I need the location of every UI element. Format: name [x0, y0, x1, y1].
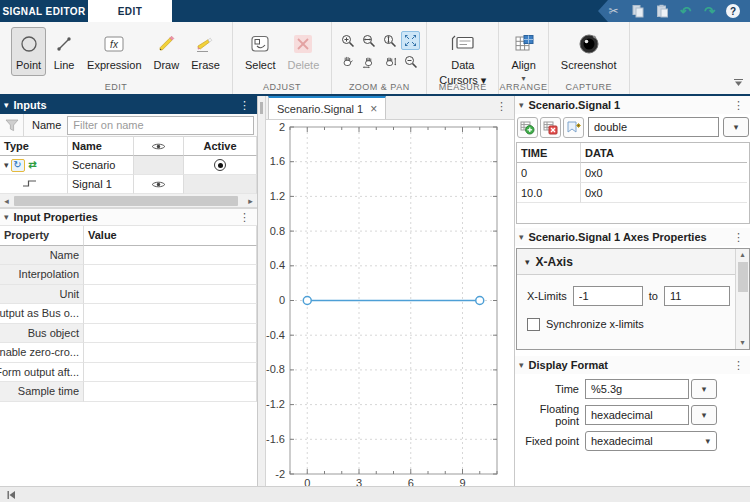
fit-to-view-button[interactable]	[401, 31, 420, 50]
scroll-left-icon[interactable]: ◂	[0, 196, 13, 206]
input-properties-header[interactable]: ▾ Input Properties ⋮	[0, 208, 257, 226]
time-cell[interactable]: 10.0	[517, 183, 581, 203]
property-value-field[interactable]	[84, 265, 257, 285]
time-data-row[interactable]: 0 0x0	[517, 163, 749, 183]
expand-caret-icon[interactable]: ▾	[4, 160, 9, 170]
property-row[interactable]: Unit	[0, 285, 257, 305]
svg-text:0: 0	[304, 477, 310, 486]
property-row[interactable]: Sample time	[0, 382, 257, 402]
insert-row-button[interactable]	[563, 117, 584, 138]
x-axis-label: X-Axis	[536, 255, 573, 269]
time-format-dropdown-button[interactable]: ▾	[691, 379, 717, 399]
zoom-in-x-button[interactable]	[359, 31, 378, 50]
sync-xlimits-checkbox[interactable]	[527, 318, 540, 331]
svg-text:0.8: 0.8	[270, 225, 285, 237]
property-row[interactable]: Bus object	[0, 324, 257, 344]
filter-funnel-icon[interactable]	[0, 114, 24, 137]
input-row-scenario[interactable]: ▾ ↻ ⇄ Scenario	[0, 156, 257, 175]
hscroll-thumb[interactable]	[14, 196, 238, 206]
axes-properties-kebab-icon[interactable]: ⋮	[730, 231, 747, 244]
scroll-up-icon[interactable]: ▴	[740, 249, 744, 261]
help-icon[interactable]: ?	[726, 4, 740, 18]
line-button[interactable]: Line	[48, 27, 80, 76]
property-value-field[interactable]	[84, 363, 257, 383]
draw-button[interactable]: Draw	[149, 27, 185, 76]
x-min-input[interactable]	[573, 286, 643, 306]
input-row-signal1[interactable]: Signal 1	[0, 175, 257, 194]
floating-format-combobox[interactable]: hexadecimal	[585, 405, 689, 425]
display-format-kebab-icon[interactable]: ⋮	[730, 359, 747, 372]
data-type-dropdown-button[interactable]: ▾	[723, 117, 749, 137]
cut-icon[interactable]: ✂	[606, 4, 621, 19]
splitter-grip[interactable]	[260, 102, 263, 114]
panel-splitter[interactable]	[258, 96, 266, 486]
display-format-header[interactable]: ▾ Display Format ⋮	[515, 356, 750, 374]
time-data-row[interactable]: 10.0 0x0	[517, 183, 749, 203]
property-value-field[interactable]	[84, 324, 257, 344]
data-cursors-button[interactable]: Data Cursors ▾	[434, 27, 491, 90]
axes-vscrollbar[interactable]: ▴ ▾	[735, 249, 749, 349]
property-value-field[interactable]	[84, 304, 257, 324]
axes-properties-header[interactable]: ▾ Scenario.Signal 1 Axes Properties ⋮	[515, 228, 750, 246]
active-radio[interactable]	[184, 156, 257, 175]
zoom-in-button[interactable]	[338, 31, 357, 50]
property-value-field[interactable]	[84, 382, 257, 402]
axes-properties-box: ▾ X-Axis X-Limits to Synchronize x-limit…	[516, 248, 750, 350]
document-tab-scenario-signal1[interactable]: Scenario.Signal 1 ×	[268, 96, 386, 119]
data-type-combobox[interactable]: double	[588, 117, 719, 137]
zoom-in-y-button[interactable]	[380, 31, 399, 50]
property-row[interactable]: Enable zero-cro...	[0, 343, 257, 363]
redo-icon[interactable]: ↷	[702, 4, 717, 19]
undo-icon[interactable]: ↶	[678, 4, 693, 19]
collapse-toolstrip-icon[interactable]	[733, 78, 744, 90]
add-row-button[interactable]	[517, 117, 538, 138]
delete-button[interactable]: Delete	[283, 27, 325, 76]
property-row[interactable]: Output as Bus o...	[0, 304, 257, 324]
vscroll-thumb[interactable]	[738, 262, 748, 292]
signal-panel-kebab-icon[interactable]: ⋮	[730, 99, 747, 112]
property-value-field[interactable]	[84, 343, 257, 363]
property-row[interactable]: Name	[0, 246, 257, 266]
signal-plot[interactable]: 0369-2-1.6-1.2-0.8-0.400.40.81.21.62	[266, 120, 514, 486]
erase-button[interactable]: Erase	[186, 27, 225, 76]
point-button[interactable]: Point	[11, 27, 46, 76]
select-button[interactable]: Select	[240, 27, 281, 76]
delete-row-button[interactable]	[540, 117, 561, 138]
align-button[interactable]: Align ▾	[506, 27, 540, 87]
fixed-format-combobox[interactable]: hexadecimal ▾	[585, 431, 717, 451]
zoom-out-button[interactable]	[401, 52, 420, 71]
close-tab-icon[interactable]: ×	[370, 102, 377, 116]
collapse-panel-icon[interactable]	[6, 490, 17, 500]
inputs-panel-header[interactable]: ▾ Inputs ⋮	[0, 96, 257, 114]
floating-format-dropdown-button[interactable]: ▾	[691, 405, 717, 425]
visibility-eye-icon[interactable]	[134, 175, 184, 194]
expression-button[interactable]: fx Expression	[82, 27, 146, 76]
tab-edit[interactable]: EDIT	[88, 0, 172, 22]
scroll-right-icon[interactable]: ▸	[244, 196, 257, 206]
data-cell[interactable]: 0x0	[581, 163, 747, 183]
property-value-field[interactable]	[84, 285, 257, 305]
screenshot-button[interactable]: Screenshot	[556, 27, 622, 76]
section-label-edit: EDIT	[0, 82, 232, 92]
signal-panel-header[interactable]: ▾ Scenario.Signal 1 ⋮	[515, 96, 750, 114]
property-row[interactable]: Form output aft...	[0, 363, 257, 383]
document-kebab-icon[interactable]: ⋮	[493, 100, 510, 113]
paste-icon[interactable]	[654, 4, 669, 19]
x-max-input[interactable]	[664, 286, 730, 306]
pan-x-button[interactable]	[359, 52, 378, 71]
time-format-combobox[interactable]: %5.3g	[585, 379, 689, 399]
input-properties-kebab-icon[interactable]: ⋮	[236, 211, 253, 224]
copy-icon[interactable]	[630, 4, 645, 19]
x-axis-section-header[interactable]: ▾ X-Axis	[517, 249, 749, 275]
property-row[interactable]: Interpolation	[0, 265, 257, 285]
pan-button[interactable]	[338, 52, 357, 71]
inputs-kebab-icon[interactable]: ⋮	[236, 99, 253, 112]
filter-input[interactable]	[67, 116, 254, 135]
tab-signal-editor[interactable]: SIGNAL EDITOR	[0, 0, 88, 22]
data-cell[interactable]: 0x0	[581, 183, 747, 203]
pan-y-button[interactable]	[380, 52, 399, 71]
time-cell[interactable]: 0	[517, 163, 581, 183]
property-value-field[interactable]	[84, 246, 257, 266]
scroll-down-icon[interactable]: ▾	[740, 337, 744, 349]
inputs-hscrollbar[interactable]: ◂ ▸	[0, 194, 257, 208]
